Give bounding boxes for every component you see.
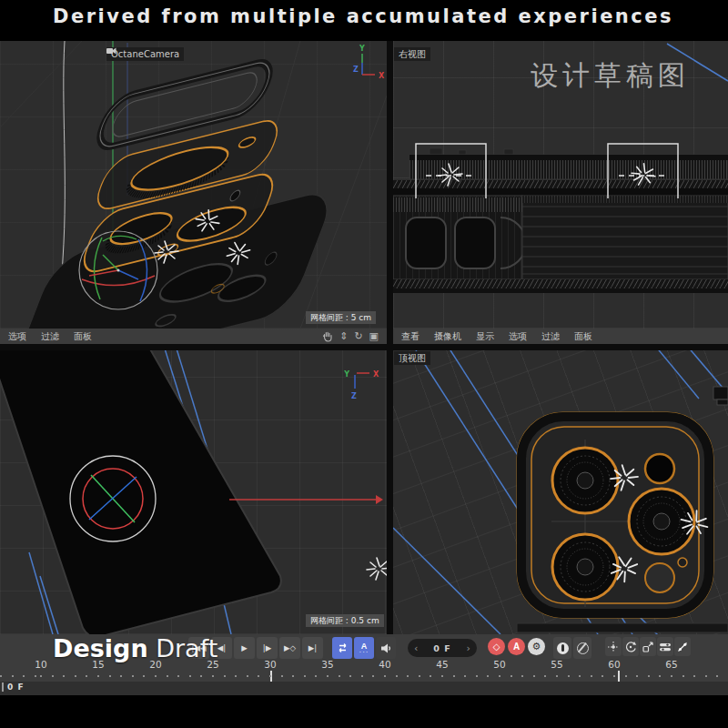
camera-module-wireframe: [517, 387, 728, 632]
move-icon: [607, 641, 620, 653]
mic-hole: [678, 558, 687, 567]
viewport-menu: 查看摄像机显示选项过滤面板: [401, 330, 592, 343]
record-rotation-button[interactable]: [622, 637, 639, 656]
viewport-perspective[interactable]: Y Z X OctaneCamera 网格间距 : 5 cm: [0, 41, 387, 329]
top-view-canvas: [393, 350, 728, 634]
viewport-menu: 选项过滤面板: [8, 330, 92, 343]
scale-icon: [642, 641, 654, 653]
axis-x-label: X: [379, 72, 385, 80]
ruler-number: 55: [551, 659, 562, 670]
record-keyframe-button[interactable]: ◇: [488, 638, 505, 655]
zoom-icon[interactable]: ⇕: [339, 331, 348, 341]
keyframe-settings-button[interactable]: ⚙: [528, 638, 545, 655]
camera-icon: [106, 47, 116, 55]
axis-z-label: Z: [353, 66, 359, 74]
perspective-canvas: Y Z X: [0, 41, 387, 329]
viewport-front-view[interactable]: Y X Z 网格间距 : 0.5 cm: [0, 350, 387, 634]
current-frame-label: 0 F: [2, 682, 25, 692]
menu-item[interactable]: 过滤: [41, 330, 59, 343]
play-button[interactable]: ▶: [234, 637, 255, 659]
camera-label: OctaneCamera: [111, 48, 179, 60]
brand-title: Design Draft: [53, 634, 217, 662]
pan-hand-icon[interactable]: [322, 330, 333, 342]
rotate-icon: [624, 641, 637, 653]
next-frame-button[interactable]: |▶: [257, 637, 278, 659]
camera-label-chip[interactable]: OctaneCamera: [106, 47, 184, 61]
maximize-viewport-icon[interactable]: ▣: [369, 331, 379, 341]
app-window: Derived from multiple accumulated experi…: [0, 0, 728, 728]
menu-item[interactable]: 面板: [574, 330, 592, 343]
keyframe-selection-group: [553, 637, 592, 659]
point-level-animation-icon: [676, 641, 689, 653]
record-scale-button[interactable]: [640, 637, 656, 656]
frame-increment-arrow[interactable]: ›: [467, 643, 470, 653]
page-title: Derived from multiple accumulated experi…: [53, 5, 673, 27]
axis-x-label: X: [373, 370, 379, 379]
view-label: 右视图: [399, 48, 426, 60]
animation-toolbar: Design Draft |◀◀ ◀| ▶ |▶ ▶◇ ▶| A ··· ‹ 0…: [0, 634, 728, 695]
ruler-tick-marks: [0, 675, 728, 677]
selection-object-icon: [557, 642, 569, 654]
perspective-menubar: 选项过滤面板 ⇕ ↻ ▣: [0, 329, 387, 344]
x-axis-arrow: [229, 495, 383, 504]
rotate-view-icon[interactable]: ↻: [354, 331, 362, 341]
autokey-mini-button[interactable]: A ···: [354, 637, 374, 659]
view-label: 顶视图: [399, 352, 426, 364]
ruler-number: 30: [264, 659, 276, 670]
menu-item[interactable]: 过滤: [541, 330, 560, 343]
letterbox-bar: [0, 695, 728, 728]
camera-target-gizmo[interactable]: [70, 456, 156, 541]
ruler-number: 65: [665, 659, 677, 670]
keyframe-preset-button[interactable]: [573, 637, 592, 659]
menu-item[interactable]: 选项: [509, 330, 527, 343]
sound-button[interactable]: [376, 637, 396, 659]
brand-title-bold: Design: [53, 634, 148, 662]
ruler-number: 40: [379, 659, 390, 670]
axis-y-label: Y: [359, 45, 365, 53]
record-parameter-button[interactable]: [657, 637, 673, 656]
flash-circle: [645, 454, 674, 483]
record-controls: ◇ A ⚙: [488, 638, 545, 655]
slashed-circle-icon: [577, 642, 589, 654]
axis-gizmo: Y X Z: [343, 370, 379, 400]
record-position-button[interactable]: [605, 637, 622, 656]
keyframe-selection-button[interactable]: [553, 637, 571, 659]
frame-number-field[interactable]: ‹ 0 F ›: [408, 639, 477, 657]
sliders-icon: [659, 641, 672, 653]
ruler-number: 50: [493, 659, 505, 670]
axis-z-label: Z: [351, 392, 357, 400]
viewport-top-view[interactable]: 顶视图: [393, 350, 728, 634]
record-channel-toggles: [605, 637, 691, 656]
ruler-number: 10: [35, 659, 46, 670]
next-key-button[interactable]: ▶◇: [279, 637, 300, 659]
menu-item[interactable]: 摄像机: [434, 330, 461, 343]
view-label-chip[interactable]: 右视图: [394, 47, 430, 61]
speaker-icon: [379, 642, 392, 654]
viewport-right-view[interactable]: 右视图 设计草稿图: [393, 41, 728, 329]
ruler-number: 60: [608, 659, 620, 670]
menu-item[interactable]: 显示: [476, 330, 494, 343]
frame-decrement-arrow[interactable]: ‹: [414, 643, 418, 653]
sensor-circle: [645, 563, 674, 592]
current-frame-strip[interactable]: 0 F: [0, 682, 728, 695]
autokeying-button[interactable]: A: [508, 638, 525, 655]
menu-item[interactable]: 面板: [74, 330, 92, 343]
header-bar: Derived from multiple accumulated experi…: [0, 0, 728, 41]
menu-item[interactable]: 查看: [401, 330, 420, 343]
axis-y-label: Y: [343, 370, 349, 379]
axis-gizmo: Y Z X: [353, 45, 385, 80]
autokey-dots: ···: [359, 650, 369, 654]
phone-silhouette[interactable]: [0, 350, 281, 634]
record-pla-button[interactable]: [674, 637, 691, 656]
loop-icon: [337, 642, 349, 653]
watermark-text: 设计草稿图: [531, 57, 690, 95]
view-label-chip[interactable]: 顶视图: [394, 351, 430, 365]
go-to-end-button[interactable]: ▶|: [302, 637, 323, 659]
ruler-number: 35: [321, 659, 333, 670]
menu-item[interactable]: 选项: [8, 330, 26, 343]
camera-lens: [629, 489, 694, 554]
camera-lens: [552, 534, 618, 600]
loop-playback-button[interactable]: [332, 637, 352, 659]
front-view-canvas: Y X Z: [0, 350, 387, 634]
ruler-number: 45: [436, 659, 448, 670]
